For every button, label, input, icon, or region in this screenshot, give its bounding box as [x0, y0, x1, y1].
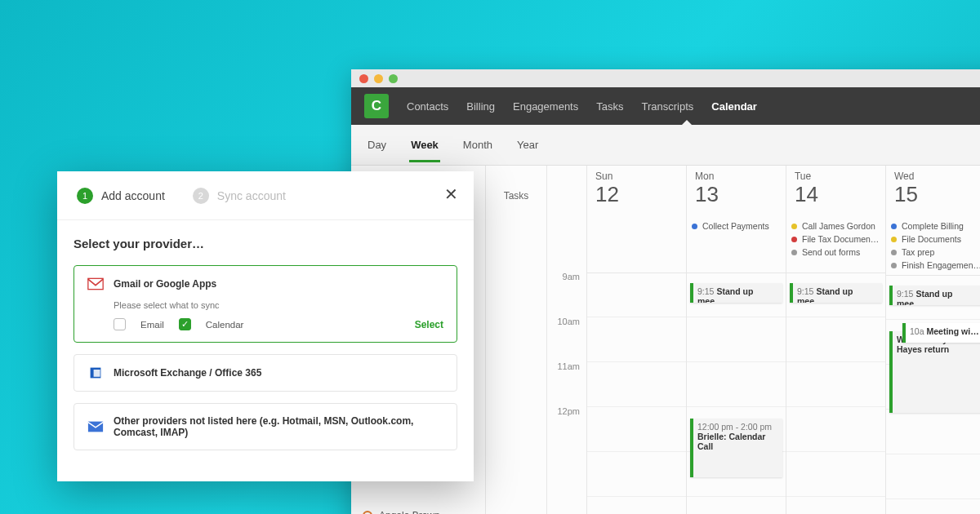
step-number-icon: 2 [193, 188, 209, 204]
people-list: Angela BrownKatie Holmes [359, 505, 482, 514]
window-titlebar [351, 69, 980, 87]
event-title: Brielle: Calendar Call [697, 432, 778, 451]
time-grid[interactable]: 9:15Stand up mee…10aMeeting wi…Work on T… [886, 276, 980, 514]
allday-event[interactable]: File Tax Documen… [791, 233, 880, 246]
event-label: File Documents [902, 234, 961, 244]
close-window-icon[interactable] [359, 74, 368, 83]
day-number: 13 [695, 182, 777, 207]
day-header[interactable]: Wed15 [886, 166, 980, 216]
day-column-wed: Wed15Complete BillingFile DocumentsTax p… [885, 166, 980, 514]
day-number: 14 [795, 182, 877, 207]
calendar-event[interactable]: 12:00 pm - 2:00 pmBrielle: Calendar Call [690, 419, 782, 477]
event-label: Finish Engagemen… [902, 260, 980, 270]
svg-rect-3 [88, 422, 103, 432]
allday-event[interactable]: File Documents [891, 233, 980, 246]
allday-event[interactable]: Finish Engagemen… [891, 259, 980, 272]
day-column-sun: Sun12 [586, 166, 686, 514]
nav-transcripts[interactable]: Transcripts [641, 100, 693, 113]
allday-event[interactable]: Call James Gordon [791, 219, 880, 233]
day-number: 12 [595, 182, 678, 207]
provider-name: Other providers not listed here (e.g. Ho… [114, 415, 443, 438]
allday-section: Collect Payments [687, 216, 786, 273]
event-label: Send out forms [802, 247, 860, 257]
gmail-icon [87, 277, 104, 290]
provider-name: Gmail or Google Apps [114, 278, 216, 290]
wizard-step-2[interactable]: 2 Sync account [193, 188, 286, 204]
day-header[interactable]: Tue14 [786, 166, 885, 216]
days-grid: Sun12Mon13Collect Payments9:15Stand up m… [586, 166, 980, 514]
view-week[interactable]: Week [409, 127, 440, 162]
person-row[interactable]: Angela Brown [363, 505, 482, 514]
provider-exchange[interactable]: Microsoft Exchange / Office 365 [74, 354, 457, 392]
day-column-tue: Tue14Call James GordonFile Tax Documen…S… [786, 166, 885, 514]
zoom-window-icon[interactable] [389, 74, 398, 83]
top-nav: C ContactsBillingEngagementsTasksTranscr… [351, 87, 980, 125]
app-logo-icon[interactable]: C [364, 94, 389, 118]
person-color-icon [363, 511, 372, 514]
time-label: 10am [547, 317, 586, 361]
time-label: 9am [547, 272, 586, 317]
day-header[interactable]: Mon13 [687, 166, 786, 216]
time-grid[interactable] [587, 273, 686, 514]
calendar-event[interactable]: 9:15Stand up mee… [889, 286, 980, 305]
select-button[interactable]: Select [415, 319, 443, 330]
person-name: Angela Brown [379, 510, 440, 514]
nav-calendar[interactable]: Calendar [711, 100, 757, 113]
nav-contacts[interactable]: Contacts [407, 100, 448, 113]
view-year[interactable]: Year [515, 127, 540, 162]
time-grid[interactable]: 9:15Stand up mee…12:00 pm - 2:00 pmBriel… [687, 273, 786, 514]
time-label: 12pm [547, 406, 586, 451]
nav-engagements[interactable]: Engagements [513, 100, 578, 113]
tasks-label: Tasks [486, 190, 546, 202]
provider-name: Microsoft Exchange / Office 365 [114, 367, 261, 379]
allday-section [587, 216, 686, 273]
exchange-icon [87, 366, 104, 379]
allday-section: Call James GordonFile Tax Documen…Send o… [786, 216, 885, 273]
allday-event[interactable]: Collect Payments [692, 219, 781, 233]
day-of-week: Sun [595, 171, 678, 182]
event-color-icon [791, 237, 797, 242]
wizard-step-1[interactable]: 1 Add account [77, 188, 165, 204]
close-icon[interactable]: ✕ [444, 188, 459, 202]
day-header[interactable]: Sun12 [587, 166, 686, 216]
event-color-icon [791, 224, 797, 229]
calendar-event[interactable]: 9:15Stand up mee… [690, 283, 782, 303]
mail-icon [87, 420, 104, 433]
day-number: 15 [894, 182, 978, 207]
calendar-event[interactable]: 10aMeeting wi… [902, 323, 980, 343]
day-column-mon: Mon13Collect Payments9:15Stand up mee…12… [686, 166, 786, 514]
svg-rect-0 [88, 278, 103, 289]
calendar-event[interactable]: Work on Taylor Hayes return [889, 331, 980, 413]
step-label: Add account [101, 189, 165, 202]
time-gutter: 9am10am11am12pm [547, 166, 586, 514]
allday-event[interactable]: Send out forms [791, 246, 880, 259]
nav-tasks[interactable]: Tasks [596, 100, 623, 113]
svg-rect-2 [94, 370, 100, 377]
time-label: 11am [547, 361, 586, 406]
active-tab-caret-icon [681, 120, 693, 126]
allday-event[interactable]: Tax prep [891, 246, 980, 259]
calendar-event[interactable]: 9:15Stand up mee… [790, 283, 882, 303]
sync-hint: Please select what to sync [114, 300, 443, 310]
email-checkbox[interactable] [114, 318, 126, 330]
tasks-column: Tasks [486, 166, 547, 514]
event-label: File Tax Documen… [802, 234, 879, 244]
view-day[interactable]: Day [366, 127, 388, 162]
event-color-icon [891, 250, 897, 255]
modal-title: Select your provider… [74, 237, 457, 250]
calendar-checkbox[interactable]: ✓ [179, 318, 191, 330]
allday-event[interactable]: Complete Billing [891, 219, 980, 233]
time-grid[interactable]: 9:15Stand up mee… [786, 273, 885, 514]
event-label: Collect Payments [702, 221, 769, 231]
event-title: Meeting wi… [926, 326, 978, 336]
event-label: Call James Gordon [802, 221, 875, 231]
provider-other[interactable]: Other providers not listed here (e.g. Ho… [74, 403, 457, 450]
event-label: Complete Billing [902, 221, 964, 231]
minimize-window-icon[interactable] [374, 74, 383, 83]
view-month[interactable]: Month [461, 127, 494, 162]
provider-gmail[interactable]: Gmail or Google Apps Please select what … [74, 265, 457, 343]
traffic-lights [359, 74, 398, 83]
nav-billing[interactable]: Billing [466, 100, 495, 113]
calendar-option-label: Calendar [206, 320, 244, 330]
event-color-icon [891, 237, 897, 242]
